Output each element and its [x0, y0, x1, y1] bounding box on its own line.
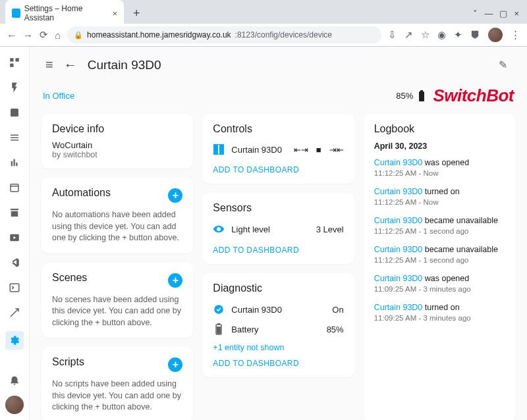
add-automation-button[interactable]: + [168, 188, 182, 203]
log-entity-link[interactable]: Curtain 93D0 [374, 158, 423, 167]
automations-card: Automations + No automations have been a… [42, 178, 193, 253]
puzzle-icon[interactable]: ✦ [454, 29, 462, 41]
sidenav-user-avatar[interactable] [5, 396, 24, 414]
log-entity-link[interactable]: Curtain 93D0 [374, 187, 423, 196]
sensors-add-dashboard-link[interactable]: ADD TO DASHBOARD [213, 246, 343, 255]
svg-rect-8 [420, 90, 423, 92]
forward-icon[interactable]: → [23, 30, 33, 41]
sidenav-map-icon[interactable] [8, 106, 21, 119]
back-icon[interactable]: ← [7, 30, 16, 41]
close-tab-icon[interactable]: × [112, 9, 117, 18]
window-caret-icon[interactable]: ˅ [473, 9, 478, 18]
add-scene-button[interactable]: + [168, 273, 182, 288]
sidenav-terminal-icon[interactable] [8, 281, 21, 294]
log-entity-link[interactable]: Curtain 93D0 [374, 216, 423, 225]
logbook-date: April 30, 2023 [374, 142, 505, 151]
battery-percent: 85% [396, 91, 413, 101]
svg-rect-4 [11, 184, 18, 192]
sidenav-shopping-icon[interactable] [8, 206, 21, 219]
log-entity-link[interactable]: Curtain 93D0 [374, 303, 423, 312]
battery-status: 85% [396, 90, 428, 102]
scripts-empty-text: No scripts have been added using this de… [52, 379, 182, 413]
battery-icon [213, 323, 225, 335]
log-action-text: was opened [422, 274, 469, 283]
log-time: 11:09:25 AM - 3 minutes ago [374, 314, 505, 322]
menu-hamburger-icon[interactable]: ≡ [45, 57, 53, 72]
browser-tab[interactable]: Settings – Home Assistan × [5, 0, 124, 26]
bookmark-icon[interactable]: ☆ [421, 29, 430, 41]
profile-avatar-icon[interactable] [488, 28, 503, 42]
cover-close-icon[interactable]: ⇥⇤ [329, 145, 344, 155]
maximize-icon[interactable]: ▢ [499, 9, 507, 18]
controls-title: Controls [213, 123, 343, 135]
sidenav-history-icon[interactable] [8, 156, 21, 169]
tab-title: Settings – Home Assistan [24, 4, 106, 22]
controls-entity-row[interactable]: Curtain 93D0 ⇤⇥ ■ ⇥⇤ [213, 140, 343, 159]
svg-rect-7 [419, 92, 424, 101]
diagnostic-add-dashboard-link[interactable]: ADD TO DASHBOARD [213, 359, 343, 368]
log-time: 11:12:25 AM - Now [374, 198, 505, 206]
sidenav-calendar-icon[interactable] [8, 181, 21, 194]
sensor-entity-name: Light level [231, 224, 270, 234]
log-time: 11:12:25 AM - Now [374, 169, 505, 177]
controls-add-dashboard-link[interactable]: ADD TO DASHBOARD [213, 165, 343, 174]
logbook-entry[interactable]: Curtain 93D0 turned on11:09:25 AM - 3 mi… [374, 301, 505, 322]
log-entity-link[interactable]: Curtain 93D0 [374, 245, 423, 254]
logbook-entry[interactable]: Curtain 93D0 was opened11:12:25 AM - Now [374, 156, 505, 177]
svg-rect-12 [217, 323, 220, 325]
log-time: 11:09:25 AM - 3 minutes ago [374, 285, 505, 293]
add-script-button[interactable]: + [168, 357, 182, 372]
menu-dots-icon[interactable]: ⋮ [511, 29, 520, 41]
area-link[interactable]: In Office [43, 91, 74, 101]
sidenav-notifications-icon[interactable] [8, 373, 21, 386]
diag-entity2-value: 85% [327, 325, 344, 334]
sidenav-energy-icon[interactable] [8, 81, 21, 94]
scenes-empty-text: No scenes have been added using this dev… [52, 294, 182, 329]
new-tab-button[interactable]: + [129, 5, 144, 22]
log-action-text: was opened [422, 158, 469, 167]
diagnostic-card: Diagnostic Curtain 93D0 On Battery 85% +… [202, 273, 354, 377]
logbook-entry[interactable]: Curtain 93D0 became unavailable11:12:25 … [374, 243, 505, 264]
cover-open-icon[interactable]: ⇤⇥ [294, 145, 308, 155]
shield-icon[interactable]: ⛊ [470, 30, 480, 41]
url-host: homeassistant.home.jamesridgway.co.uk [87, 30, 231, 39]
log-entity-link[interactable]: Curtain 93D0 [374, 274, 423, 283]
install-icon[interactable]: ⇩ [388, 29, 397, 41]
battery-icon [416, 90, 428, 102]
device-info-card: Device info WoCurtain by switchbot [42, 114, 193, 169]
extension-icon[interactable]: ◉ [437, 29, 446, 41]
log-action-text: turned on [422, 303, 459, 312]
logbook-entry[interactable]: Curtain 93D0 turned on11:12:25 AM - Now [374, 185, 505, 206]
url-bar-row: ← → ⟳ ⌂ 🔒 homeassistant.home.jamesridgwa… [0, 24, 527, 46]
sidenav-settings-icon[interactable] [5, 331, 24, 350]
sidenav-overview-icon[interactable] [8, 56, 21, 69]
diag-entity2-name: Battery [231, 325, 258, 334]
diag-entity1-value: On [332, 305, 343, 315]
minimize-icon[interactable]: — [484, 9, 493, 18]
sensor-entity-row[interactable]: Light level 3 Level [213, 219, 343, 239]
home-icon[interactable]: ⌂ [55, 30, 61, 41]
close-window-icon[interactable]: × [514, 9, 519, 18]
diagnostic-entity-row-1[interactable]: Curtain 93D0 On [213, 300, 343, 319]
back-button[interactable]: ← [64, 57, 77, 72]
column-3: Logbook April 30, 2023 Curtain 93D0 was … [364, 114, 515, 420]
sidenav-media-icon[interactable] [8, 231, 21, 244]
share-icon[interactable]: ↗ [404, 29, 413, 41]
sidenav-devtools-icon[interactable] [8, 306, 21, 319]
edit-button[interactable]: ✎ [499, 59, 507, 71]
logbook-entry[interactable]: Curtain 93D0 was opened11:09:25 AM - 3 m… [374, 272, 505, 293]
diagnostic-more-link[interactable]: +1 entity not shown [213, 343, 343, 352]
svg-point-9 [215, 305, 224, 314]
sensors-title: Sensors [213, 202, 343, 214]
sidenav-vscode-icon[interactable] [8, 256, 21, 269]
url-bar[interactable]: 🔒 homeassistant.home.jamesridgway.co.uk:… [67, 26, 381, 43]
sidenav-list-icon[interactable] [8, 131, 21, 144]
subheader: In Office 85% SwitchBot [30, 79, 527, 109]
browser-chrome: Settings – Home Assistan × + ˅ — ▢ × ← →… [0, 0, 527, 47]
cover-stop-icon[interactable]: ■ [316, 145, 321, 155]
logbook-entry[interactable]: Curtain 93D0 became unavailable11:12:25 … [374, 214, 505, 235]
brand-logo: SwitchBot [433, 86, 514, 106]
reload-icon[interactable]: ⟳ [40, 29, 48, 41]
logbook-card: Logbook April 30, 2023 Curtain 93D0 was … [364, 114, 515, 420]
diagnostic-entity-row-2[interactable]: Battery 85% [213, 319, 343, 339]
